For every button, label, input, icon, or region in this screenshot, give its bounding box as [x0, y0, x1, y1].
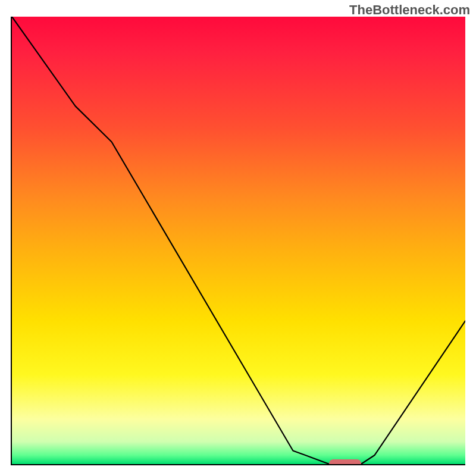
chart-minimum-marker [329, 459, 361, 465]
chart-line-curve [12, 17, 465, 464]
chart-plot-area [11, 17, 465, 465]
watermark-text: TheBottleneck.com [349, 2, 470, 18]
